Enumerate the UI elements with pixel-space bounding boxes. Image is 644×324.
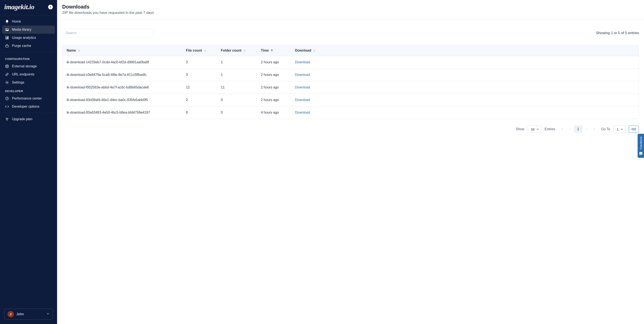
sidebar-item-label: Upgrade plan xyxy=(12,117,32,121)
table-row: ik-download-f002583e-abbd-4a7f-ac8c-bd8b… xyxy=(62,81,639,94)
chevron-down-icon xyxy=(46,312,50,316)
svg-point-7 xyxy=(6,65,8,66)
bell-icon xyxy=(5,20,9,24)
col-header-file-count[interactable]: File count xyxy=(182,45,216,56)
sort-icon xyxy=(313,49,315,52)
sort-icon xyxy=(78,49,80,52)
sidebar-item-usage-analytics[interactable]: Usage analytics xyxy=(2,34,55,42)
col-header-download[interactable]: Download xyxy=(291,45,639,56)
svg-rect-3 xyxy=(6,38,6,39)
svg-point-14 xyxy=(641,153,642,153)
download-link[interactable]: Download xyxy=(295,98,310,102)
download-link[interactable]: Download xyxy=(295,86,310,89)
download-link[interactable]: Download xyxy=(295,73,310,77)
gear-icon xyxy=(5,81,9,84)
chevrons-right-icon xyxy=(593,128,596,130)
user-menu-button[interactable]: J John xyxy=(4,309,53,320)
download-link[interactable]: Download xyxy=(295,111,310,114)
sidebar-item-upgrade-plan[interactable]: Upgrade plan xyxy=(2,115,55,123)
link-icon xyxy=(5,73,9,76)
cell-file-count: 8 xyxy=(182,106,216,119)
chart-icon xyxy=(5,36,9,40)
pagination-prev-button[interactable] xyxy=(566,125,574,133)
cell-time: 4 hours ago xyxy=(256,106,291,119)
sidebar-item-label: URL endpoints xyxy=(12,73,34,76)
sidebar-item-label: Developer options xyxy=(12,105,40,109)
svg-point-10 xyxy=(7,98,7,99)
cell-folder-count: 0 xyxy=(216,94,256,106)
chevron-left-icon xyxy=(568,128,571,130)
pagination-page-current[interactable]: 1 xyxy=(574,125,582,133)
sidebar-collapse-button[interactable] xyxy=(48,5,53,9)
chevrons-left-icon xyxy=(561,128,564,130)
sidebar-item-label: Home xyxy=(12,20,21,24)
sidebar-item-home[interactable]: Home xyxy=(2,18,55,26)
col-header-name[interactable]: Name xyxy=(62,45,182,56)
col-header-folder-count[interactable]: Folder count xyxy=(216,45,256,56)
sort-icon xyxy=(271,49,273,52)
goto-label: Go To xyxy=(601,127,610,131)
sidebar-item-label: Performance center xyxy=(12,97,42,100)
entries-label: Entries xyxy=(544,127,555,131)
page-size-select[interactable]: 10 xyxy=(528,126,541,133)
svg-rect-5 xyxy=(8,37,8,39)
arrow-left-icon xyxy=(49,6,52,8)
cell-time: 2 hours ago xyxy=(256,56,291,68)
download-link[interactable]: Download xyxy=(295,60,310,64)
cell-file-count: 3 xyxy=(182,56,216,68)
sidebar-item-purge-cache[interactable]: Purge cache xyxy=(2,42,55,50)
cell-folder-count: 0 xyxy=(216,106,256,119)
svg-point-11 xyxy=(7,120,7,121)
feedback-label: Feedback xyxy=(639,136,642,149)
sort-icon xyxy=(244,49,246,52)
pagination-next-button[interactable] xyxy=(583,125,590,133)
page-subtitle: ZIP file downloads you have requested in… xyxy=(62,11,639,15)
image-icon xyxy=(5,28,9,32)
cell-file-count: 2 xyxy=(182,94,216,106)
svg-point-13 xyxy=(640,153,640,153)
wifi-icon xyxy=(5,117,9,121)
sidebar-item-media-library[interactable]: Media library xyxy=(2,26,55,34)
show-label: Show xyxy=(516,127,524,131)
cell-folder-count: 1 xyxy=(216,69,256,81)
cell-time: 2 hours ago xyxy=(256,94,291,106)
go-button[interactable]: GO xyxy=(629,126,639,133)
section-heading-developer: DEVELOPER xyxy=(2,87,55,94)
table-row: ik-download-14233eb7-0cdd-4ac0-bf2d-d999… xyxy=(62,56,639,68)
showing-text: Showing 1 to 5 of 5 entries xyxy=(596,31,639,35)
goto-select[interactable]: 1 xyxy=(614,126,625,133)
sidebar-item-settings[interactable]: Settings xyxy=(2,79,55,87)
sidebar-item-developer-options[interactable]: Developer options xyxy=(2,103,55,111)
svg-rect-6 xyxy=(6,45,8,47)
sidebar-item-external-storage[interactable]: External storage xyxy=(2,62,55,70)
feedback-tab[interactable]: Feedback xyxy=(638,134,644,158)
cell-name: ik-download-f002583e-abbd-4a7f-ac8c-bd8b… xyxy=(62,81,182,94)
avatar: J xyxy=(8,311,14,317)
sidebar-item-label: External storage xyxy=(12,64,37,68)
sidebar-item-performance-center[interactable]: Performance center xyxy=(2,94,55,103)
table-row: ik-download-93d39af4-46e1-44ec-ba0c-835f… xyxy=(62,94,639,106)
sidebar-item-url-endpoints[interactable]: URL endpoints xyxy=(2,70,55,79)
user-name: John xyxy=(16,312,44,316)
sidebar-item-label: Settings xyxy=(12,81,24,84)
svg-point-1 xyxy=(6,29,7,30)
downloads-table: Name File count Fold xyxy=(62,45,639,119)
sort-icon xyxy=(204,49,206,52)
main-content: Downloads ZIP file downloads you have re… xyxy=(57,0,644,324)
pagination-first-button[interactable] xyxy=(558,125,566,133)
brand-logo: imagekit.io xyxy=(4,3,34,11)
svg-rect-12 xyxy=(639,152,642,155)
cell-time: 2 hours ago xyxy=(256,69,291,81)
cell-name: ik-download-00a63493-4e50-4bc5-b8ea-bfd4… xyxy=(62,106,182,119)
svg-rect-4 xyxy=(7,37,7,39)
cell-time: 2 hours ago xyxy=(256,81,291,94)
cell-name: ik-download-14233eb7-0cdd-4ac0-bf2d-d999… xyxy=(62,56,182,68)
col-header-time[interactable]: Time xyxy=(256,45,291,56)
pagination-last-button[interactable] xyxy=(590,125,598,133)
search-input[interactable] xyxy=(62,29,154,37)
code-icon xyxy=(5,105,9,109)
cell-name: ik-download-93d39af4-46e1-44ec-ba0c-835f… xyxy=(62,94,182,106)
table-row: ik-download-c0e8479a-5ca8-4f6e-9e7a-811c… xyxy=(62,68,639,81)
cell-file-count: 3 xyxy=(182,69,216,81)
cell-folder-count: 11 xyxy=(216,81,256,94)
